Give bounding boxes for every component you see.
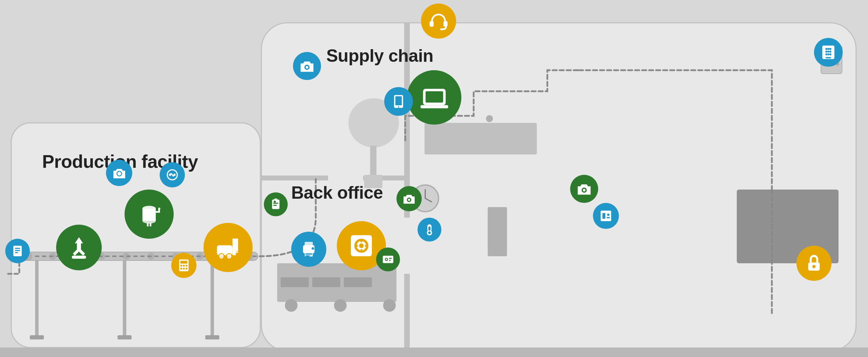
svg-rect-84	[273, 203, 279, 204]
svg-rect-90	[306, 253, 312, 255]
svg-line-21	[425, 198, 432, 202]
svg-point-95	[359, 243, 363, 248]
svg-point-13	[285, 299, 298, 312]
svg-point-106	[386, 259, 387, 260]
svg-rect-10	[281, 277, 309, 287]
svg-point-72	[219, 253, 224, 259]
svg-rect-108	[389, 260, 391, 261]
svg-rect-5	[404, 218, 410, 274]
svg-rect-48	[118, 335, 132, 339]
headset-icon[interactable]	[421, 4, 456, 39]
svg-rect-70	[236, 239, 238, 251]
robot-arm-icon[interactable]	[56, 225, 102, 270]
svg-rect-100	[369, 242, 372, 245]
tablet-icon[interactable]	[384, 87, 413, 116]
svg-point-39	[147, 253, 154, 260]
svg-rect-16	[425, 123, 537, 154]
keypad-icon[interactable]	[814, 38, 843, 67]
svg-point-59	[77, 239, 81, 244]
svg-point-133	[825, 51, 827, 53]
production-relay-icon[interactable]	[160, 162, 185, 187]
svg-rect-114	[443, 21, 448, 27]
supplychain-lock-icon[interactable]	[796, 246, 832, 281]
svg-rect-12	[344, 277, 372, 287]
storage-tank-icon[interactable]	[125, 190, 174, 239]
svg-point-127	[607, 213, 609, 216]
scene: Production facility Back office Supply c…	[0, 0, 868, 357]
svg-point-132	[829, 48, 832, 50]
svg-rect-45	[123, 260, 126, 338]
svg-rect-76	[180, 265, 182, 266]
svg-rect-58	[72, 256, 86, 259]
supplychain-panel-icon[interactable]	[593, 203, 619, 229]
svg-rect-78	[186, 265, 187, 266]
supplychain-camera2-icon[interactable]	[570, 175, 598, 203]
svg-rect-80	[183, 268, 185, 270]
svg-point-86	[274, 201, 276, 203]
supplychain-camera-icon[interactable]	[293, 52, 321, 80]
svg-rect-77	[183, 265, 185, 266]
hmi-panel-icon[interactable]	[171, 253, 196, 278]
backoffice-label: Back office	[291, 183, 383, 203]
svg-rect-50	[0, 348, 868, 357]
svg-point-116	[306, 66, 308, 68]
svg-rect-113	[429, 21, 434, 27]
svg-point-138	[829, 53, 832, 55]
svg-rect-85	[273, 205, 277, 206]
svg-rect-101	[369, 247, 372, 249]
svg-rect-119	[420, 105, 448, 108]
svg-point-136	[825, 53, 827, 55]
svg-point-130	[825, 48, 827, 50]
svg-rect-107	[389, 258, 392, 259]
svg-point-112	[428, 231, 431, 234]
svg-rect-111	[428, 226, 430, 231]
svg-rect-9	[277, 263, 396, 302]
svg-rect-7	[370, 146, 376, 177]
svg-rect-125	[601, 211, 611, 221]
svg-rect-91	[306, 256, 310, 257]
svg-rect-139	[826, 57, 831, 58]
svg-rect-4	[328, 176, 363, 180]
backoffice-camera-icon[interactable]	[396, 186, 422, 211]
svg-rect-88	[305, 242, 313, 246]
svg-point-38	[123, 253, 130, 260]
backoffice-thermostat-icon[interactable]	[418, 218, 441, 242]
svg-point-35	[49, 253, 56, 260]
svg-rect-3	[261, 176, 404, 180]
svg-point-92	[312, 247, 314, 250]
backoffice-badge-icon[interactable]	[264, 192, 288, 216]
svg-rect-81	[186, 268, 187, 270]
svg-rect-71	[233, 251, 238, 253]
svg-rect-79	[180, 268, 182, 270]
svg-point-122	[398, 106, 399, 108]
svg-rect-67	[150, 223, 152, 226]
forklift-icon[interactable]	[203, 223, 253, 272]
svg-point-103	[408, 199, 410, 201]
svg-point-141	[812, 265, 815, 268]
svg-rect-44	[35, 260, 39, 338]
svg-point-14	[334, 299, 347, 312]
laptop-icon[interactable]	[407, 70, 461, 125]
svg-point-62	[173, 174, 175, 176]
svg-point-135	[829, 51, 832, 53]
svg-rect-121	[395, 96, 402, 105]
supplychain-label: Supply chain	[326, 46, 433, 66]
printer-icon[interactable]	[291, 232, 326, 267]
svg-rect-75	[180, 261, 187, 264]
svg-point-73	[226, 253, 232, 259]
svg-rect-66	[147, 223, 149, 226]
dvr-icon[interactable]	[376, 247, 400, 271]
svg-rect-128	[607, 217, 610, 218]
production-camera-icon[interactable]	[106, 160, 132, 186]
svg-point-15	[383, 299, 396, 312]
svg-rect-83	[274, 199, 278, 201]
svg-rect-118	[425, 91, 443, 103]
svg-rect-46	[211, 260, 214, 338]
svg-rect-49	[205, 335, 219, 339]
svg-point-137	[827, 53, 829, 55]
svg-point-61	[169, 174, 171, 176]
svg-point-65	[142, 218, 156, 224]
svg-point-41	[196, 253, 203, 260]
production-sensor-icon[interactable]	[5, 239, 30, 263]
svg-point-134	[827, 51, 829, 53]
